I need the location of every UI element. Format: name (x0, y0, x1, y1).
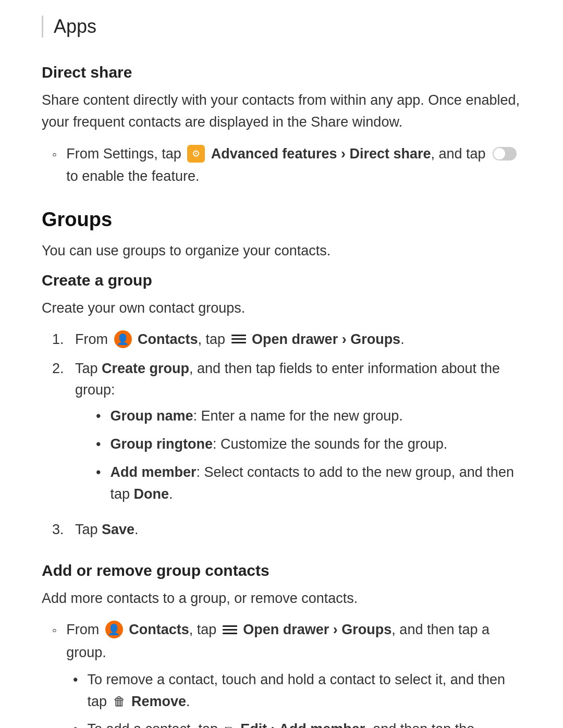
create-group-step-1: 1. From 👤 Contacts, tap Open drawer › Gr… (52, 329, 521, 351)
add-contact-text: To add a contact, tap ✏ Edit › Add membe… (87, 719, 521, 728)
step-number-3: 3. (52, 519, 67, 541)
contacts-icon-1: 👤 (114, 330, 132, 348)
direct-share-instruction-item: From Settings, tap ⚙ Advanced features ›… (52, 143, 521, 188)
add-member-bold: Add member (110, 464, 196, 480)
groups-heading: Groups (42, 208, 521, 231)
group-name-text: Group name: Enter a name for the new gro… (110, 405, 402, 427)
remove-bold: Remove (131, 694, 186, 709)
add-remove-instruction-text: From 👤 Contacts, tap Open drawer › Group… (66, 619, 521, 663)
toggle-icon (493, 147, 517, 161)
add-remove-instructions: From 👤 Contacts, tap Open drawer › Group… (42, 619, 521, 663)
direct-share-instruction-text: From Settings, tap ⚙ Advanced features ›… (66, 143, 521, 188)
advanced-features-text: Advanced features › Direct share (211, 146, 431, 162)
group-name-bullet: Group name: Enter a name for the new gro… (96, 405, 521, 427)
add-remove-heading: Add or remove group contacts (42, 562, 521, 579)
settings-icon: ⚙ (187, 145, 205, 163)
open-drawer-groups-2: Open drawer › Groups (243, 622, 391, 637)
contacts-icon-2: 👤 (105, 621, 123, 638)
create-group-step-3: 3. Tap Save. (52, 519, 521, 541)
group-ringtone-bold: Group ringtone (110, 436, 212, 452)
add-member-bullet: Add member: Select contacts to add to th… (96, 462, 521, 505)
edit-add-member-bold: Edit › Add member (240, 721, 365, 728)
contacts-label-2: Contacts (129, 622, 189, 637)
direct-share-instructions: From Settings, tap ⚙ Advanced features ›… (42, 143, 521, 188)
hamburger-icon-1 (231, 334, 246, 345)
group-ringtone-text: Group ringtone: Customize the sounds for… (110, 434, 447, 455)
direct-share-section: Direct share Share content directly with… (42, 64, 521, 188)
groups-description: You can use groups to organize your cont… (42, 240, 521, 262)
hamburger-icon-2 (223, 624, 237, 635)
create-group-bold: Create group (102, 361, 189, 376)
trash-icon: 🗑 (113, 692, 126, 711)
open-drawer-groups-1: Open drawer › Groups (252, 331, 400, 347)
create-group-description: Create your own contact groups. (42, 298, 521, 319)
header: Apps (42, 16, 521, 38)
step-2-text: Tap Create group, and then tap fields to… (75, 358, 521, 512)
add-remove-sub-bullets: To remove a contact, touch and hold a co… (42, 669, 521, 728)
step-number-1: 1. (52, 329, 67, 351)
group-ringtone-bullet: Group ringtone: Customize the sounds for… (96, 434, 521, 455)
create-group-heading: Create a group (42, 272, 521, 289)
add-contact-bullet: To add a contact, tap ✏ Edit › Add membe… (73, 719, 521, 728)
add-remove-description: Add more contacts to a group, or remove … (42, 588, 521, 610)
page: Apps Direct share Share content directly… (0, 0, 563, 728)
create-group-step-2: 2. Tap Create group, and then tap fields… (52, 358, 521, 512)
create-group-sub-bullets: Group name: Enter a name for the new gro… (75, 405, 521, 505)
edit-icon: ✏ (224, 720, 235, 728)
step-1-text: From 👤 Contacts, tap Open drawer › Group… (75, 329, 405, 351)
remove-contact-text: To remove a contact, touch and hold a co… (87, 669, 521, 713)
step-3-text: Tap Save. (75, 519, 139, 541)
add-member-text: Add member: Select contacts to add to th… (110, 462, 521, 505)
create-group-steps: 1. From 👤 Contacts, tap Open drawer › Gr… (42, 329, 521, 541)
page-title: Apps (54, 16, 96, 37)
done-bold: Done (134, 486, 169, 502)
direct-share-heading: Direct share (42, 64, 521, 81)
remove-contact-bullet: To remove a contact, touch and hold a co… (73, 669, 521, 713)
save-bold: Save (102, 522, 134, 537)
direct-share-description: Share content directly with your contact… (42, 90, 521, 133)
create-group-section: Create a group Create your own contact g… (42, 272, 521, 541)
groups-section: Groups You can use groups to organize yo… (42, 208, 521, 728)
contacts-label-1: Contacts (138, 331, 198, 347)
group-name-bold: Group name (110, 408, 193, 424)
add-remove-instruction-item: From 👤 Contacts, tap Open drawer › Group… (52, 619, 521, 663)
add-remove-section: Add or remove group contacts Add more co… (42, 562, 521, 729)
step-number-2: 2. (52, 358, 67, 380)
